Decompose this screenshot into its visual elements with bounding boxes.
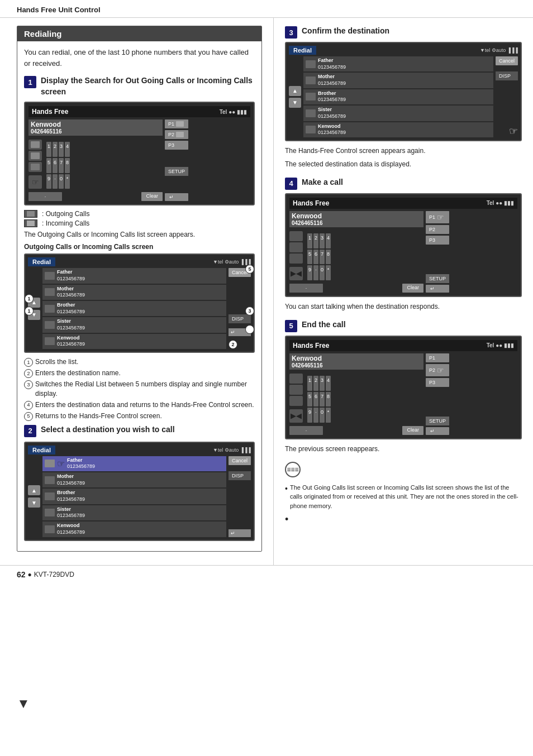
- redial-item-kenwood[interactable]: Kenwood 0123456789: [42, 334, 226, 349]
- screen-subtitle: Outgoing Calls or Incoming Calls screen: [24, 243, 255, 251]
- legend-incoming: : Incoming Calls: [24, 219, 255, 227]
- hf5-p2[interactable]: P2 ☞: [426, 364, 449, 376]
- note-dot: •: [285, 514, 522, 525]
- hf4-clear[interactable]: Clear: [402, 284, 423, 293]
- redial2-item-kenwood[interactable]: Kenwood 0123456789: [42, 521, 226, 537]
- incoming-label: : Incoming Calls: [42, 219, 89, 227]
- redial3-icons: ▼tel ⚙auto ▐▐▐: [480, 47, 518, 53]
- enter2-icon[interactable]: ↵: [229, 529, 251, 537]
- hf-back-btn[interactable]: ↵: [165, 193, 188, 201]
- hf4-back[interactable]: ↵: [426, 285, 449, 293]
- disp-btn[interactable]: DISP: [229, 314, 251, 323]
- redial2-item-father[interactable]: ☞ Father 0123456789: [42, 456, 226, 471]
- hf5-icon1: [289, 374, 303, 384]
- redial-item-mother[interactable]: Mother 0123456789: [42, 285, 226, 300]
- redial3-item-mother[interactable]: Mother 0123456789: [303, 73, 493, 88]
- redial2-item-sister[interactable]: Sister 0123456789: [42, 505, 226, 520]
- up-arrow-container: ▲ 1: [28, 298, 40, 308]
- hf4-p1[interactable]: P1 ☞: [426, 211, 449, 223]
- num-legend: 1 Scrolls the list. 2 Enters the destina…: [24, 357, 255, 421]
- hf5-back[interactable]: ↵: [426, 427, 449, 435]
- item2-icon-kenwood: [45, 525, 55, 533]
- hf-hand-icon: ☞: [28, 175, 42, 189]
- hf-key-2: 2: [53, 142, 58, 157]
- hf5-right-panel: P1 P2 ☞ P3 SETUP ↵: [426, 353, 449, 435]
- redial2-list: ☞ Father 0123456789 Mot: [42, 456, 226, 537]
- circle-2: 2: [24, 369, 33, 378]
- num-legend-1: 1 Scrolls the list.: [24, 357, 255, 367]
- hf5-icon2: [289, 385, 303, 395]
- enter-icon[interactable]: ↵ 4: [229, 328, 251, 336]
- redial2-header: Redial ▼tel ⚙auto ▐▐▐: [28, 446, 251, 454]
- up-arrow2[interactable]: ▲: [28, 485, 40, 495]
- item-text-mother: Mother 0123456789: [57, 286, 85, 299]
- hf-screen-step4: Hands Free Tel ●● ▮▮▮ Kenwood 0426465116: [285, 193, 522, 297]
- hf-setup-btn[interactable]: SETUP: [165, 167, 188, 176]
- redial3-item-brother[interactable]: Brother 0123456789: [303, 89, 493, 104]
- hf-key-dot: ·: [53, 174, 58, 189]
- hf-key-1: 1: [46, 142, 51, 157]
- step5-header: 5 End the call: [285, 319, 522, 332]
- note-icon-row: ≡≡≡: [285, 462, 522, 480]
- hf-p1-btn[interactable]: P1: [165, 119, 188, 128]
- step3-header: 3 Confirm the destination: [285, 26, 522, 39]
- redial-screen-step3: Redial ▼tel ⚙auto ▐▐▐ ▲ ▼ Father 0123456: [285, 42, 522, 141]
- redial-item-sister[interactable]: Sister 0123456789: [42, 317, 226, 332]
- redial-body: ▲ 1 ▼ 1 Father: [28, 268, 251, 349]
- redial-item-brother[interactable]: Brother 0123456789: [42, 301, 226, 316]
- hf4-title-bar: Hands Free Tel ●● ▮▮▮: [289, 198, 517, 209]
- redial2-item-mother[interactable]: Mother 0123456789: [42, 472, 226, 487]
- redial3-header: Redial ▼tel ⚙auto ▐▐▐: [289, 46, 518, 55]
- redial2-body: ▲ ▼ ☞ Father 0123456789: [28, 456, 251, 537]
- item2-text-father: ☞ Father 0123456789: [57, 457, 95, 470]
- redial3-item-kenwood[interactable]: Kenwood 0123456789: [303, 122, 493, 137]
- hf5-clear[interactable]: Clear: [402, 426, 423, 435]
- disp3-btn[interactable]: DISP: [496, 71, 518, 80]
- disp2-btn[interactable]: DISP: [229, 471, 251, 480]
- hf-p2-btn[interactable]: P2: [165, 130, 188, 139]
- hf4-bottom: · Clear: [289, 284, 423, 293]
- item3-icon-sister: [306, 109, 316, 117]
- redial3-item-father[interactable]: Father 0123456789: [303, 56, 493, 71]
- step3-badge: 3: [285, 26, 297, 39]
- hf-clear-btn[interactable]: Clear: [141, 192, 163, 201]
- section-title: Redialing: [17, 26, 261, 41]
- item-icon-father: [45, 272, 55, 280]
- item2-text-kenwood: Kenwood 0123456789: [57, 523, 85, 535]
- hf-p3-btn[interactable]: P3: [165, 141, 188, 150]
- page-down-arrow: ▼: [17, 696, 30, 711]
- cancel2-btn[interactable]: Cancel: [229, 456, 251, 465]
- item-icon-sister: [45, 321, 55, 329]
- redial2-side-btns: Cancel DISP ↵: [229, 456, 251, 537]
- up-arrow3[interactable]: ▲: [289, 86, 301, 96]
- hf-icon-panel: ☞: [28, 140, 44, 189]
- redial3-side-btns: Cancel DISP ☞: [496, 56, 518, 137]
- redial3-body: ▲ ▼ Father 0123456789: [289, 56, 518, 137]
- hf5-setup[interactable]: SETUP: [426, 417, 449, 425]
- hf4-p2[interactable]: P2: [426, 225, 449, 234]
- redial3-item-sister[interactable]: Sister 0123456789: [303, 106, 493, 121]
- hf-main-area: Kenwood 0426465116: [28, 119, 163, 201]
- down-arrow3[interactable]: ▼: [289, 98, 301, 108]
- step4-title: Make a call: [302, 177, 343, 188]
- cancel3-btn[interactable]: Cancel: [496, 56, 518, 65]
- redial-item-father[interactable]: Father 0123456789: [42, 268, 226, 283]
- hf4-controls: ▶◀ 1 2 3 4 5 6 7 8 9: [289, 231, 423, 280]
- section-body: You can redial, one of the last 10 phone…: [17, 41, 261, 551]
- hf4-name-num: Kenwood 0426465116: [289, 211, 423, 227]
- hf4-keypad: 1 2 3 4 5 6 7 8 9 · 0 *: [307, 233, 331, 280]
- step1-badge: 1: [24, 76, 36, 88]
- hf-num: 0426465116: [31, 128, 160, 135]
- hf5-p3[interactable]: P3: [426, 378, 449, 387]
- model-number: KVT-729DVD: [34, 571, 74, 578]
- badge-2-standalone: 2: [229, 340, 237, 349]
- hf4-p3[interactable]: P3: [426, 236, 449, 245]
- hf4-setup[interactable]: SETUP: [426, 274, 449, 283]
- num-legend-3: 3 Switches the Redial List between 5 num…: [24, 380, 255, 399]
- badge-5: 5: [245, 265, 254, 274]
- down-arrow2[interactable]: ▼: [28, 497, 40, 508]
- hf5-p1[interactable]: P1: [426, 353, 449, 362]
- redial2-controls: ▲ ▼: [28, 456, 40, 537]
- redial2-item-brother[interactable]: Brother 0123456789: [42, 489, 226, 504]
- redial-screen-step1: Redial ▼tel ⚙auto ▐▐▐ ▲ 1 ▼ 1: [24, 253, 255, 353]
